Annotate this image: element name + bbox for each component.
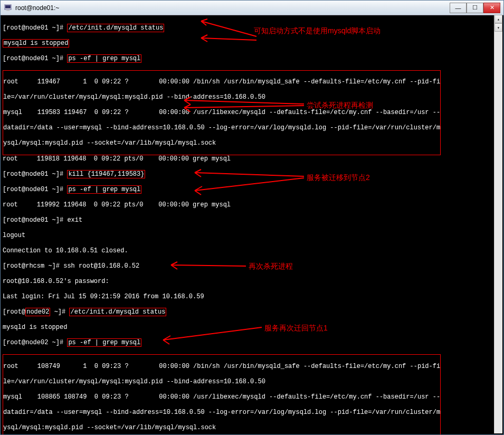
ps-output-block-2: root 108749 1 0 09:23 ? 00:00:00 /bin/sh…: [3, 354, 441, 434]
svg-rect-2: [6, 10, 9, 11]
ps-line: le=/var/run/cluster/mysql/mysql:mysqld.p…: [3, 93, 440, 101]
prompt: [root@node01 ~]#: [3, 171, 67, 178]
ps-line: root 119992 119648 0 09:22 pts/0 00:00:0…: [3, 201, 501, 209]
ps-line: datadir=/data --user=mysql --bind-addres…: [3, 409, 440, 417]
scroll-up-button[interactable]: ▴: [495, 15, 502, 23]
putty-window: root@node01:~ — ☐ ✕ [root@node01 ~]# /et…: [0, 0, 504, 435]
prompt: [root@: [3, 308, 25, 316]
cmd-ps3: ps -ef | grep mysql: [67, 338, 141, 347]
ps-line: mysql 108865 108749 0 09:23 ? 00:00:00 /…: [3, 393, 440, 401]
ps-line: datadir=/data --user=mysql --bind-addres…: [3, 124, 440, 132]
terminal[interactable]: [root@node01 ~]# /etc/init.d/mysqld stat…: [1, 15, 503, 434]
ps-line: root 108749 1 0 09:23 ? 00:00:00 /bin/sh…: [3, 363, 440, 371]
ps-line: root 119818 119648 0 09:22 pts/0 00:00:0…: [3, 155, 501, 163]
term-line: logout: [3, 232, 501, 240]
term-line: [root@node01 ~]# exit: [3, 216, 501, 224]
svg-rect-1: [5, 5, 11, 8]
prompt: [root@node01 ~]#: [3, 24, 67, 32]
close-button[interactable]: ✕: [483, 3, 500, 13]
prompt: [root@node01 ~]#: [3, 186, 67, 193]
ps-line: root 119467 1 0 09:22 ? 00:00:00 /bin/sh…: [3, 78, 440, 86]
ps-line: le=/var/run/cluster/mysql/mysql:mysqld.p…: [3, 378, 440, 386]
scrollbar[interactable]: ▴ ▾: [494, 15, 502, 433]
cmd-ps2: ps -ef | grep mysql: [67, 185, 141, 194]
term-line: root@10.168.0.52's password:: [3, 278, 501, 286]
scroll-down-button[interactable]: ▾: [495, 23, 502, 32]
minimize-button[interactable]: —: [450, 3, 467, 13]
ps-output-block-1: root 119467 1 0 09:22 ? 00:00:00 /bin/sh…: [3, 70, 441, 156]
ps-line: ysql/mysql:mysqld.pid --socket=/var/lib/…: [3, 139, 440, 147]
output-stopped: mysqld is stopped: [3, 39, 69, 48]
term-line: Connection to 10.168.0.51 closed.: [3, 247, 501, 255]
window-controls: — ☐ ✕: [450, 3, 500, 13]
ps-line: mysql 119583 119467 0 09:22 ? 00:00:00 /…: [3, 109, 440, 117]
output-stopped: mysqld is stopped: [3, 324, 501, 332]
maximize-button[interactable]: ☐: [467, 3, 483, 13]
prompt: ~]#: [50, 308, 69, 316]
cmd-status: /etc/init.d/mysqld status: [67, 24, 164, 32]
prompt: [root@node02 ~]#: [3, 339, 67, 346]
cmd-ps: ps -ef | grep mysql: [67, 54, 141, 63]
putty-icon: [4, 4, 12, 12]
term-line: Last login: Fri Jul 15 09:21:59 2016 fro…: [3, 293, 501, 301]
term-line: [root@rhcsm ~]# ssh root@10.168.0.52: [3, 262, 501, 270]
cmd-kill: kill {119467,119583}: [67, 170, 145, 178]
cmd-status2: /etc/init.d/mysqld status: [69, 308, 166, 316]
titlebar[interactable]: root@node01:~ — ☐ ✕: [1, 1, 503, 15]
hostname: node02: [25, 308, 50, 316]
prompt: [root@node01 ~]#: [3, 55, 67, 62]
window-title: root@node01:~: [15, 4, 450, 12]
ps-line: ysql/mysql:mysqld.pid --socket=/var/lib/…: [3, 424, 440, 432]
